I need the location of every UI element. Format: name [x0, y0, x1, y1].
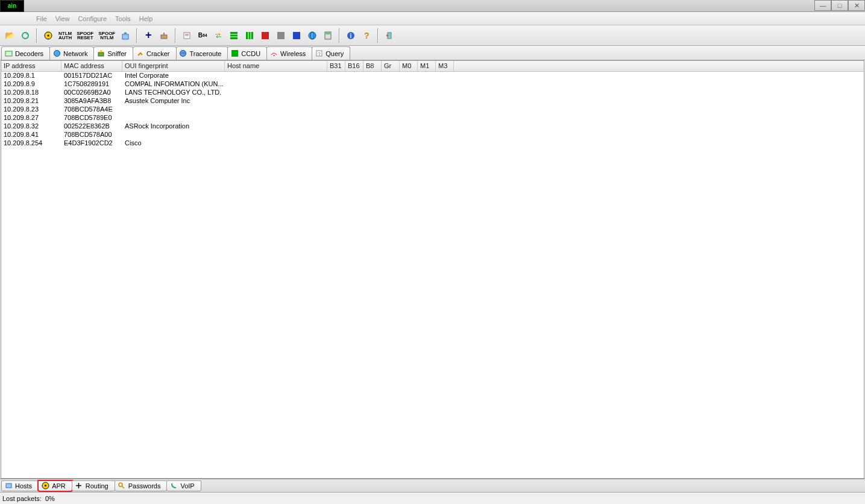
tab-decoders[interactable]: Decoders: [1, 46, 50, 60]
base64-icon[interactable]: B64: [195, 28, 210, 43]
tab-label: Query: [326, 50, 344, 57]
table-row[interactable]: 10.209.8.91C7508289191COMPAL INFORMATION…: [1, 80, 864, 89]
add-icon[interactable]: +: [141, 28, 156, 43]
tab-passwords[interactable]: Passwords: [115, 480, 168, 491]
lost-packets-label: Lost packets:: [2, 495, 42, 502]
cell-mac: E4D3F1902CD2: [61, 139, 122, 148]
spoof-reset-button[interactable]: SPOOFRESET: [75, 28, 95, 43]
menu-help[interactable]: Help: [139, 15, 153, 22]
passwords-icon: [118, 482, 126, 490]
tab-traceroute[interactable]: Traceroute: [176, 46, 228, 60]
nuke-icon[interactable]: [41, 28, 55, 43]
svg-point-2: [48, 34, 49, 36]
table-row[interactable]: 10.209.8.1001517DD21ACIntel Corporate: [1, 72, 864, 80]
cell-oui: Cisco: [122, 139, 225, 148]
exit-icon[interactable]: [382, 28, 397, 43]
svg-rect-21: [326, 33, 330, 34]
svg-text:i: i: [350, 33, 352, 39]
cell-mac: 708BCD5789E0: [61, 114, 122, 122]
svg-rect-12: [246, 32, 253, 39]
wireless-icon: [269, 49, 278, 58]
col-host[interactable]: Host name: [225, 61, 327, 71]
tab-label: Hosts: [15, 482, 32, 490]
cell-ip: 10.209.8.9: [1, 80, 61, 89]
tab-ccdu[interactable]: CCDU: [227, 46, 267, 60]
table-row[interactable]: 10.209.8.254E4D3F1902CD2Cisco: [1, 139, 864, 148]
cell-host: [225, 80, 327, 89]
cell-ip: 10.209.8.32: [1, 122, 61, 131]
dict-icon[interactable]: [180, 28, 194, 43]
info-icon[interactable]: i: [344, 28, 358, 43]
export-icon[interactable]: [118, 28, 133, 43]
statusbar: Lost packets: 0%: [0, 492, 865, 504]
tab-cracker[interactable]: Cracker: [133, 46, 177, 60]
traceroute-icon: [179, 49, 187, 58]
tab-apr[interactable]: APR: [38, 480, 72, 491]
hosts-table[interactable]: IP address MAC address OUI fingerprint H…: [1, 60, 864, 479]
toolbar: 📂 NTLMAUTH SPOOFRESET SPOOFNTLM + B64 i …: [0, 25, 865, 46]
table-row[interactable]: 10.209.8.41708BCD578A00: [1, 131, 864, 139]
swap-icon[interactable]: [211, 28, 225, 43]
tab-network[interactable]: Network: [49, 46, 94, 60]
col-b16[interactable]: B16: [345, 61, 363, 71]
tab-sniffer[interactable]: Sniffer: [93, 46, 133, 60]
tab-voip[interactable]: VoIP: [166, 480, 201, 491]
cell-host: [225, 97, 327, 106]
tab-label: Routing: [86, 482, 109, 490]
maximize-button[interactable]: □: [831, 0, 848, 11]
table-row[interactable]: 10.209.8.23708BCD578A4E: [1, 106, 864, 114]
table-row[interactable]: 10.209.8.32002522E8362BASRock Incorporat…: [1, 122, 864, 131]
col-oui[interactable]: OUI fingerprint: [122, 61, 225, 71]
grid-gray-icon[interactable]: [274, 28, 288, 43]
col-m1[interactable]: M1: [418, 61, 436, 71]
col-b31[interactable]: B31: [327, 61, 345, 71]
col-gr[interactable]: Gr: [382, 61, 400, 71]
tab-query[interactable]: ? Query: [312, 46, 350, 60]
menu-configure[interactable]: Configure: [78, 15, 107, 22]
col-ip[interactable]: IP address: [1, 61, 61, 71]
table-row[interactable]: 10.209.8.27708BCD5789E0: [1, 114, 864, 122]
col-b8[interactable]: B8: [363, 61, 382, 71]
spoof-ntlm-button[interactable]: SPOOFNTLM: [96, 28, 117, 43]
table-row[interactable]: 10.209.8.1800C02669B2A0LANS TECHNOLOGY C…: [1, 89, 864, 97]
col-m3[interactable]: M3: [436, 61, 454, 71]
separator-icon: [175, 28, 176, 43]
grid-green2-icon[interactable]: [242, 28, 257, 43]
tab-routing[interactable]: Routing: [72, 480, 115, 491]
cell-mac: 1C7508289191: [61, 80, 122, 89]
close-button[interactable]: ✕: [848, 0, 865, 11]
cell-host: [225, 72, 327, 80]
globe-icon[interactable]: [305, 28, 319, 43]
query-icon: ?: [315, 49, 323, 58]
col-mac[interactable]: MAC address: [61, 61, 122, 71]
cell-ip: 10.209.8.21: [1, 97, 61, 106]
cell-ip: 10.209.8.27: [1, 114, 61, 122]
minimize-button[interactable]: —: [814, 0, 831, 11]
separator-icon: [136, 28, 137, 43]
grid-red-icon[interactable]: [258, 28, 272, 43]
lost-packets-value: 0%: [45, 495, 55, 502]
cell-ip: 10.209.8.18: [1, 89, 61, 97]
calc-icon[interactable]: [321, 28, 335, 43]
crack-icon[interactable]: [157, 28, 171, 43]
network-icon: [52, 49, 61, 58]
app-logo-text: ain: [8, 2, 16, 9]
cell-oui: [122, 131, 225, 139]
cell-oui: Intel Corporate: [122, 72, 225, 80]
table-row[interactable]: 10.209.8.213085A9AFA3B8Asustek Computer …: [1, 97, 864, 106]
tab-label: Passwords: [128, 482, 161, 490]
open-icon[interactable]: 📂: [2, 28, 17, 43]
tab-hosts[interactable]: Hosts: [1, 480, 39, 491]
menu-file[interactable]: File: [36, 15, 47, 22]
help-icon[interactable]: ?: [359, 28, 374, 43]
grid-blue-icon[interactable]: [289, 28, 304, 43]
cell-host: [225, 89, 327, 97]
menu-tools[interactable]: Tools: [115, 15, 131, 22]
col-m0[interactable]: M0: [400, 61, 418, 71]
grid-green1-icon[interactable]: [227, 28, 241, 43]
ntlm-auth-button[interactable]: NTLMAUTH: [57, 28, 74, 43]
cell-mac: 3085A9AFA3B8: [61, 97, 122, 106]
refresh-icon[interactable]: [18, 28, 33, 43]
tab-wireless[interactable]: Wireless: [266, 46, 312, 60]
menu-view[interactable]: View: [55, 15, 70, 22]
